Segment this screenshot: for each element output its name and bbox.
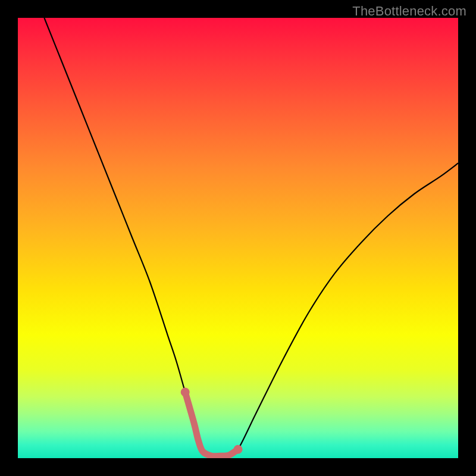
watermark-text: TheBottleneck.com (352, 4, 466, 19)
plot-area (18, 18, 458, 458)
bottleneck-curve-path (44, 18, 458, 456)
optimal-zone-path (185, 392, 238, 456)
curve-overlay (18, 18, 458, 458)
optimal-zone-endpoint (234, 445, 243, 454)
chart-frame: TheBottleneck.com (0, 0, 476, 476)
optimal-zone-endpoint (181, 388, 190, 397)
